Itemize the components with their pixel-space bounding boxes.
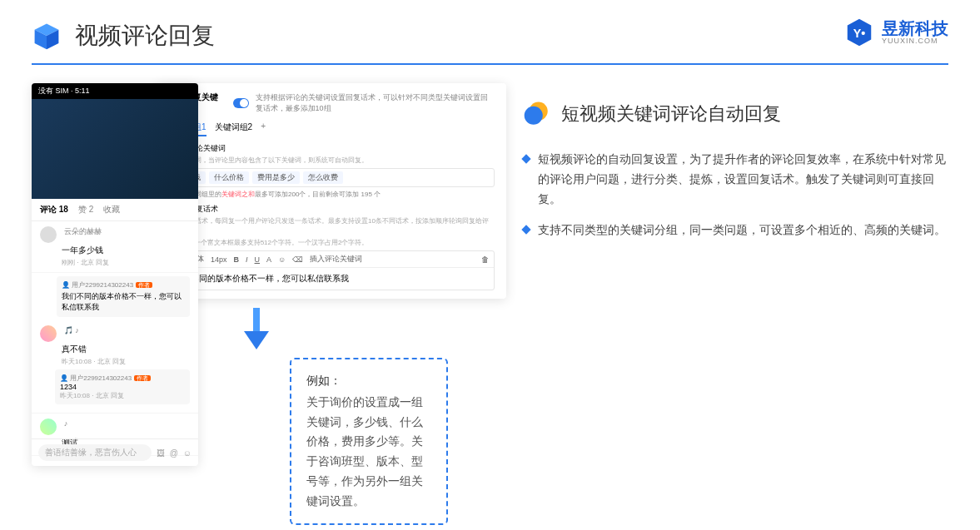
svg-text:Y•: Y• [853, 27, 866, 40]
settings-panel: 自动回复关键词评论 支持根据评论的关键词设置回复话术，可以针对不同类型关键词设置… [157, 83, 506, 299]
svg-marker-6 [244, 331, 269, 349]
reply-text: 我们不同的版本价格不一样，您可以私信联系我 [62, 291, 185, 313]
auto-reply-toggle[interactable] [233, 98, 249, 108]
avatar [40, 419, 57, 435]
comment-meta: 昨天10:08 · 北京 回复 [62, 357, 190, 366]
italic-button[interactable]: I [246, 255, 248, 264]
logo-subtext: YUUXIN.COM [882, 37, 948, 45]
svg-rect-5 [253, 308, 260, 333]
tab-comments[interactable]: 评论 18 [40, 204, 68, 215]
logo-icon: Y• [843, 17, 875, 48]
section-title: 短视频关键词评论自动回复 [561, 102, 781, 126]
logo-text: 昱新科技 [882, 20, 948, 37]
tab-favorites[interactable]: 收藏 [103, 204, 120, 215]
color-button[interactable]: A [266, 255, 271, 264]
comment-meta: 刚刚 · 北京 回复 [62, 258, 190, 267]
avatar [40, 226, 57, 243]
comment-user: 云朵的赫赫 [64, 227, 102, 235]
bold-button[interactable]: B [234, 255, 240, 264]
insert-keyword-button[interactable]: 插入评论关键词 [310, 254, 362, 265]
comment-text: 一年多少钱 [62, 245, 190, 256]
at-icon[interactable]: @ [170, 448, 178, 458]
clear-button[interactable]: ⌫ [292, 255, 303, 264]
cube-icon [32, 21, 62, 51]
keyword-section-desc: 设置关键词，当评论里内容包含了以下关键词，则系统可自动回复。 [168, 156, 495, 165]
tab-likes[interactable]: 赞 2 [78, 204, 93, 215]
emoji-button[interactable]: ☺ [278, 255, 286, 264]
phone-mockup: 没有 SIM · 5:11 评论 18 赞 2 收藏 云朵的赫赫 一年多少钱 刚… [32, 83, 198, 466]
diamond-icon [521, 154, 530, 163]
comment-text: 真不错 [62, 344, 190, 355]
comment-item: 🎵 ♪ 真不错 昨天10:08 · 北京 回复 👤 用户229921430224… [32, 320, 198, 414]
keyword-note: 所有关键词组里的关键词之和最多可添加200个，目前剩余可添加 195 个 [168, 190, 495, 199]
page-title: 视频评论回复 [75, 20, 215, 52]
image-icon[interactable]: 🖼 [157, 448, 165, 458]
comment-user: 🎵 ♪ [64, 326, 79, 334]
bullet-text: 支持不同类型的关键词分组，同一类问题，可设置多个相近的、高频的关键词。 [538, 220, 946, 240]
svg-point-8 [525, 106, 543, 125]
auto-reply-desc: 支持根据评论的关键词设置回复话术，可以针对不同类型关键词设置回复话术，最多添加1… [256, 92, 495, 114]
example-label: 例如： [306, 371, 431, 391]
example-box: 例如： 关于询价的设置成一组关键词，多少钱、什么价格，费用多少等。关于咨询班型、… [290, 358, 448, 525]
diamond-icon [521, 225, 530, 235]
editor-content[interactable]: 我们不同的版本价格不一样，您可以私信联系我 [169, 268, 494, 290]
bullet-item: 支持不同类型的关键词分组，同一类问题，可设置多个相近的、高频的关键词。 [523, 220, 948, 240]
keyword-tag[interactable]: 什么价格 [209, 171, 249, 184]
editor: 系统字体 14px B I U A ☺ ⌫ 插入评论关键词 🗑 我们不同的版本价… [168, 250, 495, 290]
phone-status: 没有 SIM · 5:11 [32, 83, 198, 99]
comment-input[interactable]: 善语结善缘，恶言伤人心 [38, 444, 152, 461]
tab-keyword-group-2[interactable]: 关键词组2 [215, 121, 253, 136]
emoji-icon[interactable]: ☺ [183, 448, 192, 458]
comment-item: 云朵的赫赫 一年多少钱 刚刚 · 北京 回复 [32, 221, 198, 273]
delete-button[interactable]: 🗑 [481, 255, 489, 264]
keyword-tag[interactable]: 费用是多少 [252, 171, 300, 184]
bullet-item: 短视频评论的自动回复设置，为了提升作者的评论回复效率，在系统中针对常见的评论用户… [523, 150, 948, 209]
script-tip: 1 提示：一个富文本框最多支持512个字符。一个汉字占用2个字符。 [168, 238, 495, 247]
bullet-text: 短视频评论的自动回复设置，为了提升作者的评论回复效率，在系统中针对常见的评论用户… [538, 150, 948, 209]
size-select[interactable]: 14px [211, 255, 227, 264]
auto-reply-bubble: 👤 用户2299214302243 作者 我们不同的版本价格不一样，您可以私信联… [57, 276, 190, 317]
keyword-input[interactable]: 多少钱 什么价格 费用是多少 怎么收费 [168, 168, 495, 187]
underline-button[interactable]: U [255, 255, 261, 264]
script-section-desc: 设置回复话术，每回复一个用户评论只发送一条话术。最多支持设置10条不同话术，按添… [168, 216, 495, 235]
brand-logo: Y• 昱新科技 YUUXIN.COM [843, 17, 948, 48]
chat-bubble-icon [523, 100, 551, 128]
arrow-icon [244, 308, 269, 349]
example-text: 关于询价的设置成一组关键词，多少钱、什么价格，费用多少等。关于咨询班型、版本、型… [306, 393, 431, 512]
avatar [40, 325, 57, 342]
video-thumbnail [32, 99, 198, 199]
keyword-tag[interactable]: 怎么收费 [303, 171, 343, 184]
add-tab-button[interactable]: + [261, 121, 266, 136]
